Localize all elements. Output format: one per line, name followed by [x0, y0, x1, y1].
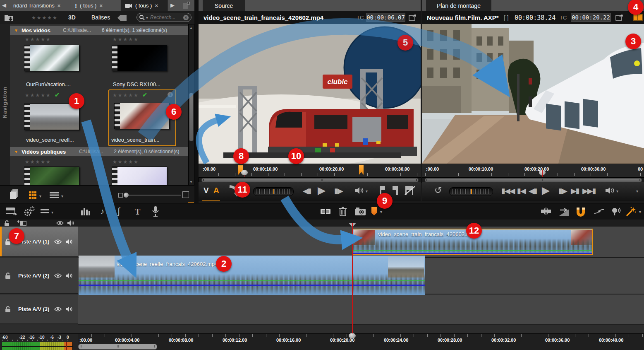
- track-body-3[interactable]: [78, 294, 644, 325]
- wand-caret-icon[interactable]: ▾: [639, 210, 641, 214]
- track-audio-icon[interactable]: [66, 307, 73, 312]
- title-editor-icon[interactable]: T: [135, 207, 140, 217]
- tab-source[interactable]: Source: [203, 0, 245, 11]
- audio-level-line[interactable]: [79, 285, 425, 286]
- play-button[interactable]: ▶: [542, 184, 549, 196]
- mode-3d-button[interactable]: 3D: [68, 14, 76, 21]
- smartmovie-icon[interactable]: ∫: [117, 206, 120, 217]
- video-thumbnail[interactable]: [112, 45, 167, 71]
- add-track-icon[interactable]: [17, 220, 26, 226]
- scroll-up-icon[interactable]: ▲: [189, 26, 193, 30]
- loop-playback-button[interactable]: ↻: [434, 185, 442, 196]
- video-level-line[interactable]: [79, 280, 425, 281]
- import-folder-icon[interactable]: [4, 14, 14, 22]
- tag-icon[interactable]: [117, 15, 127, 21]
- volume-caret-icon[interactable]: ▾: [366, 189, 368, 193]
- search-caret-icon[interactable]: ▾: [146, 15, 148, 20]
- video-thumbnail[interactable]: [112, 167, 167, 185]
- video-toggle-button[interactable]: V: [203, 186, 209, 195]
- timeline-playhead-line[interactable]: [352, 223, 353, 333]
- close-icon[interactable]: ×: [155, 2, 158, 9]
- item-stars[interactable]: ★★★★★: [113, 36, 139, 42]
- scroll-right-grip[interactable]: [639, 179, 640, 181]
- library-scrollbar[interactable]: ▲ ▼: [188, 24, 194, 186]
- track-audio-icon[interactable]: [66, 239, 73, 244]
- next-frame-button[interactable]: ▮▶: [558, 186, 567, 196]
- track-header-3[interactable]: Piste A/V (3): [0, 294, 78, 324]
- source-playhead-handle[interactable]: [241, 170, 248, 175]
- jog-wheel[interactable]: [449, 187, 493, 196]
- new-collection-icon[interactable]: [182, 1, 190, 10]
- zoom-slider-knob[interactable]: [124, 193, 129, 198]
- track-size-icon[interactable]: [41, 209, 49, 214]
- tab-scroll-left-icon[interactable]: ◀: [2, 2, 6, 8]
- scroll-right-grip[interactable]: [416, 179, 417, 181]
- clear-marks-button[interactable]: [405, 186, 415, 195]
- grid-view-icon[interactable]: [29, 191, 36, 199]
- zoom-out-handle[interactable]: [118, 193, 123, 198]
- timeline-clip-reelle[interactable]: video_scene_reelle_francais_420602.mp4: [79, 256, 425, 295]
- list-view-icon[interactable]: [50, 192, 59, 198]
- jog-wheel[interactable]: [253, 187, 294, 196]
- next-cut-button[interactable]: ▶▮: [571, 186, 579, 196]
- dynamic-transition-icon[interactable]: [559, 207, 569, 216]
- prev-frame-button[interactable]: ◀▮: [303, 186, 311, 196]
- group-header-mes-videos[interactable]: ▼ Mes vidéos C:\Utilisate... 6 élément(s…: [10, 26, 188, 35]
- track-lock-icon[interactable]: [5, 306, 11, 312]
- zoom-in-handle[interactable]: [182, 191, 189, 198]
- ruler-playhead-handle[interactable]: [349, 333, 356, 338]
- info-icon[interactable]: i: [168, 92, 173, 97]
- source-preview[interactable]: clubic: [199, 24, 421, 164]
- item-stars[interactable]: ★★★★★: [25, 92, 51, 98]
- panel-divider[interactable]: [194, 0, 199, 203]
- prev-frame-button[interactable]: ◀▮: [529, 186, 537, 196]
- transport-menu-caret-icon[interactable]: ▾: [636, 189, 638, 193]
- scroll-thumb[interactable]: [201, 178, 419, 182]
- scroll-down-icon[interactable]: ▼: [189, 180, 193, 184]
- item-stars[interactable]: ★★★★★: [25, 159, 51, 165]
- video-thumbnail[interactable]: [24, 45, 79, 71]
- copy-items-icon[interactable]: [9, 189, 19, 200]
- track-lock-icon[interactable]: [5, 273, 11, 279]
- tags-button[interactable]: Balises: [91, 14, 110, 21]
- settings-gears-icon[interactable]: [23, 206, 35, 217]
- close-icon[interactable]: ×: [57, 2, 61, 9]
- marker-caret-icon[interactable]: ▾: [380, 210, 382, 214]
- item-label[interactable]: Sony DSC RX100...: [113, 81, 160, 87]
- video-thumbnail[interactable]: [24, 104, 79, 130]
- master-eye-icon[interactable]: [56, 221, 64, 225]
- razor-icon[interactable]: [321, 208, 330, 215]
- source-ruler[interactable]: :00.00 00:00:10.00 00:00:20.00 00:00:30.…: [199, 164, 421, 177]
- scroll-thumb[interactable]: [189, 93, 194, 141]
- undock-icon[interactable]: [615, 14, 624, 21]
- volume-caret-icon[interactable]: ▾: [616, 189, 618, 193]
- list-view-caret-icon[interactable]: ▾: [61, 194, 63, 198]
- master-audio-icon[interactable]: [67, 220, 74, 226]
- montage-ruler[interactable]: :00.00 00:00:10.00 00:00:20.00 00:00:30.…: [422, 164, 644, 177]
- undock-icon[interactable]: [409, 14, 417, 21]
- mark-out-button[interactable]: [392, 186, 399, 195]
- search-box[interactable]: ▾ ×: [136, 13, 192, 22]
- group-header-videos-publiques[interactable]: ▼ Vidéos publiques C:\Utilisa... 2 éléme…: [10, 147, 188, 156]
- tab-standard-transitions[interactable]: ndard Transitions ×: [9, 0, 70, 11]
- play-button[interactable]: ▶: [318, 184, 325, 196]
- snapshot-camera-icon[interactable]: [355, 208, 366, 215]
- source-timecode[interactable]: 00:00:06.07: [366, 13, 405, 22]
- timeline-scrollbar[interactable]: [78, 344, 157, 350]
- item-stars[interactable]: ★★★★★: [25, 36, 51, 42]
- volume-icon[interactable]: [606, 187, 615, 194]
- customize-toolbar-icon[interactable]: [6, 207, 17, 216]
- item-label[interactable]: video_scene_train...: [111, 137, 159, 143]
- trash-icon[interactable]: [339, 207, 347, 216]
- tab-plan-de-montage[interactable]: Plan de montage: [426, 0, 491, 11]
- magic-wand-icon[interactable]: [625, 206, 636, 217]
- video-thumbnail[interactable]: [114, 103, 170, 129]
- trim-mode-icon[interactable]: [541, 208, 551, 215]
- video-level-line[interactable]: [353, 250, 592, 251]
- grid-view-caret-icon[interactable]: ▾: [39, 194, 41, 198]
- tab-scroll-right-icon[interactable]: ▶: [170, 2, 175, 8]
- audio-level-line[interactable]: [353, 253, 592, 254]
- prev-cut-button[interactable]: ▮◀: [517, 186, 525, 196]
- next-frame-button[interactable]: ▮▶: [334, 186, 342, 196]
- goto-end-button[interactable]: ▶▶▮: [582, 186, 596, 196]
